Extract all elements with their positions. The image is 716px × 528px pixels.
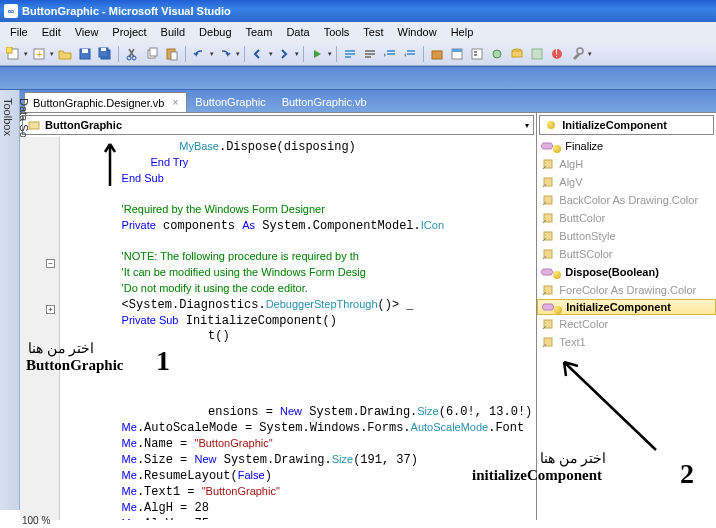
menu-view[interactable]: View xyxy=(69,24,105,40)
member-label: ForeColor As Drawing.Color xyxy=(559,284,696,296)
member-list[interactable]: FinalizeAlgHAlgVBackColor As Drawing.Col… xyxy=(537,137,716,520)
menu-help[interactable]: Help xyxy=(445,24,480,40)
member-item[interactable]: BackColor As Drawing.Color xyxy=(537,191,716,209)
member-label: Finalize xyxy=(565,140,603,152)
method-icon xyxy=(541,140,555,152)
menu-test[interactable]: Test xyxy=(357,24,389,40)
dropdown-icon[interactable]: ▾ xyxy=(24,50,28,58)
save-button[interactable] xyxy=(76,45,94,63)
svg-rect-14 xyxy=(171,52,177,60)
svg-rect-27 xyxy=(452,49,462,52)
menu-tools[interactable]: Tools xyxy=(318,24,356,40)
redo-button[interactable] xyxy=(216,45,234,63)
member-dropdown[interactable]: InitializeComponent xyxy=(539,115,714,135)
svg-rect-19 xyxy=(365,53,375,55)
menu-window[interactable]: Window xyxy=(392,24,443,40)
member-item[interactable]: RectColor xyxy=(537,315,716,333)
member-label: Text1 xyxy=(559,336,585,348)
method-icon xyxy=(542,301,556,313)
comment-button[interactable] xyxy=(341,45,359,63)
dropdown-icon[interactable]: ▾ xyxy=(210,50,214,58)
menu-team[interactable]: Team xyxy=(240,24,279,40)
menu-edit[interactable]: Edit xyxy=(36,24,67,40)
tab-buttongraphic[interactable]: ButtonGraphic xyxy=(187,92,273,112)
member-item[interactable]: ButtSColor xyxy=(537,245,716,263)
uncomment-button[interactable] xyxy=(361,45,379,63)
nav-back-button[interactable] xyxy=(249,45,267,63)
undo-button[interactable] xyxy=(190,45,208,63)
member-item[interactable]: InitializeComponent xyxy=(537,299,716,315)
menu-project[interactable]: Project xyxy=(106,24,152,40)
dropdown-icon[interactable]: ▾ xyxy=(328,50,332,58)
toolbox-tab[interactable]: Toolbox xyxy=(0,94,16,510)
class-view-button[interactable] xyxy=(528,45,546,63)
svg-rect-17 xyxy=(345,56,351,58)
member-dropdown-value: InitializeComponent xyxy=(562,119,667,131)
member-item[interactable]: AlgV xyxy=(537,173,716,191)
svg-point-37 xyxy=(577,48,583,54)
svg-text:!: ! xyxy=(555,47,558,59)
method-icon xyxy=(541,266,555,278)
menu-build[interactable]: Build xyxy=(155,24,191,40)
tools-button[interactable] xyxy=(568,45,586,63)
tab-designer-vb[interactable]: ButtonGraphic.Designer.vb× xyxy=(24,92,187,112)
member-item[interactable]: ButtonStyle xyxy=(537,227,716,245)
class-dropdown[interactable]: ButtonGraphic ▾ xyxy=(22,115,534,135)
nav-forward-button[interactable] xyxy=(275,45,293,63)
member-item[interactable]: Dispose(Boolean) xyxy=(537,263,716,281)
class-dropdown-value: ButtonGraphic xyxy=(45,119,122,131)
svg-rect-12 xyxy=(150,48,157,56)
tab-buttongraphic-vb[interactable]: ButtonGraphic.vb xyxy=(274,92,375,112)
add-item-button[interactable]: + xyxy=(30,45,48,63)
outdent-button[interactable] xyxy=(401,45,419,63)
dropdown-icon[interactable]: ▾ xyxy=(236,50,240,58)
dropdown-icon[interactable]: ▾ xyxy=(295,50,299,58)
svg-rect-24 xyxy=(407,53,415,55)
indent-button[interactable] xyxy=(381,45,399,63)
code-gutter: − + xyxy=(20,137,60,520)
svg-rect-1 xyxy=(6,47,12,53)
save-all-button[interactable] xyxy=(96,45,114,63)
solution-explorer-button[interactable] xyxy=(448,45,466,63)
property-icon xyxy=(541,176,555,188)
fold-marker[interactable]: − xyxy=(46,259,55,268)
menu-debug[interactable]: Debug xyxy=(193,24,237,40)
member-label: Dispose(Boolean) xyxy=(565,266,659,278)
svg-rect-5 xyxy=(82,49,88,53)
member-item[interactable]: ButtColor xyxy=(537,209,716,227)
member-item[interactable]: ForeColor As Drawing.Color xyxy=(537,281,716,299)
copy-button[interactable] xyxy=(143,45,161,63)
svg-rect-20 xyxy=(365,56,371,58)
title-bar: ∞ ButtonGraphic - Microsoft Visual Studi… xyxy=(0,0,716,22)
toolbox-button[interactable] xyxy=(428,45,446,63)
dropdown-icon[interactable]: ▾ xyxy=(50,50,54,58)
property-icon xyxy=(541,158,555,170)
member-item[interactable]: Finalize xyxy=(537,137,716,155)
open-button[interactable] xyxy=(56,45,74,63)
close-icon[interactable]: × xyxy=(172,97,178,108)
cut-button[interactable] xyxy=(123,45,141,63)
svg-rect-33 xyxy=(512,51,522,57)
fold-marker[interactable]: + xyxy=(46,305,55,314)
object-browser-button[interactable] xyxy=(488,45,506,63)
property-icon xyxy=(541,194,555,206)
start-button[interactable] xyxy=(308,45,326,63)
svg-text:+: + xyxy=(36,48,42,60)
member-item[interactable]: AlgH xyxy=(537,155,716,173)
data-sources-button[interactable] xyxy=(508,45,526,63)
dropdown-icon[interactable]: ▾ xyxy=(269,50,273,58)
svg-rect-34 xyxy=(532,49,542,59)
toolbar: ▾ + ▾ ▾ ▾ ▾ ▾ ▾ ! ▾ xyxy=(0,42,716,66)
svg-rect-38 xyxy=(29,122,39,129)
paste-button[interactable] xyxy=(163,45,181,63)
new-project-button[interactable] xyxy=(4,45,22,63)
error-list-button[interactable]: ! xyxy=(548,45,566,63)
code-editor[interactable]: − + MyBase.Dispose(disposing) End Try En… xyxy=(20,137,536,520)
property-icon xyxy=(541,336,555,348)
member-item[interactable]: Text1 xyxy=(537,333,716,351)
left-sidebar: Toolbox Data Sources xyxy=(0,90,20,510)
properties-button[interactable] xyxy=(468,45,486,63)
menu-file[interactable]: File xyxy=(4,24,34,40)
dropdown-icon[interactable]: ▾ xyxy=(588,50,592,58)
menu-data[interactable]: Data xyxy=(280,24,315,40)
